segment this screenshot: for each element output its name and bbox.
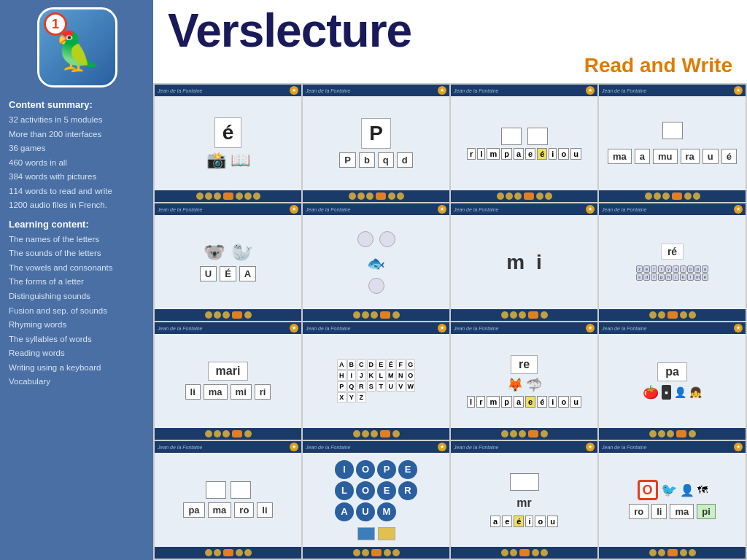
vb-e2: é — [537, 148, 547, 160]
syl-ma3: ma — [208, 502, 232, 518]
content-item-0: 32 activities in 5 modules — [9, 113, 146, 128]
sc-icon-7: ★ — [586, 205, 595, 214]
lb-E: É — [220, 266, 236, 281]
img-person: 👤 — [680, 483, 694, 497]
syl-mu: mu — [653, 149, 678, 164]
key-f[interactable]: f — [651, 273, 657, 281]
sc-body-11: re 🦊 🦈 l r m p a e é i o u — [451, 334, 597, 428]
key-o[interactable]: o — [687, 265, 694, 273]
v-p: p — [501, 396, 512, 408]
learning-items: The names of the letters The sounds of t… — [9, 233, 146, 389]
key-r[interactable]: r — [651, 265, 657, 273]
sc-icon-2: ★ — [438, 86, 446, 95]
sc-body-13: pa ma ro li — [155, 453, 301, 547]
key-p[interactable]: p — [694, 265, 701, 273]
v-l: l — [467, 396, 475, 408]
bubble-P3: P — [377, 460, 396, 479]
alpha-C: C — [357, 359, 366, 370]
sc-author-12: Jean de la Fontaine — [602, 326, 647, 331]
animal-seal: 🦭 — [231, 242, 253, 262]
learning-item-7: The syllables of words — [9, 332, 146, 347]
mini-keyboard: z e r t y u i o p a s d f g h j k — [636, 265, 708, 281]
color-box-blue — [357, 527, 375, 540]
vb-i: i — [549, 148, 557, 160]
screenshot-1: Jean de la Fontaine ★ é 📸 📖 — [155, 85, 301, 202]
v-u: u — [570, 396, 581, 408]
key-t[interactable]: t — [658, 265, 665, 273]
sc-author-7: Jean de la Fontaine — [454, 207, 499, 212]
key-k[interactable]: k — [680, 273, 686, 281]
alpha-W: W — [406, 381, 416, 392]
images-12: 🍅 ▪ 👤 👧 — [643, 384, 702, 400]
bubble-grid: I O P E L O E R A U M — [335, 460, 417, 521]
screenshot-14: Jean de la Fontaine ★ I O P E L O E R A … — [303, 441, 449, 559]
learning-item-3: The forms of a letter — [9, 275, 146, 289]
circle-1 — [357, 231, 374, 247]
content-item-1: More than 200 interfaces — [9, 128, 146, 142]
key-s[interactable]: s — [636, 273, 643, 281]
screenshot-7: Jean de la Fontaine ★ m i — [451, 203, 597, 321]
sc-body-8: ré z e r t y u i o p a s d f g h — [599, 215, 746, 309]
alpha-E: E — [376, 359, 386, 370]
key-m2[interactable]: m — [694, 273, 701, 281]
key-i[interactable]: i — [680, 265, 686, 273]
key-y[interactable]: y — [665, 265, 672, 273]
big-O: O — [638, 480, 658, 500]
key-z[interactable]: z — [636, 265, 643, 273]
learning-item-2: The vowels and consonants — [9, 261, 146, 276]
vb-a: a — [514, 148, 524, 160]
v-r: r — [476, 396, 485, 408]
img-bird: 🐦 — [661, 482, 677, 498]
vb-u: u — [570, 148, 581, 160]
sc-header-10: Jean de la Fontaine ★ — [303, 322, 449, 334]
screenshot-5: Jean de la Fontaine ★ 🐨 🦭 U É A — [155, 203, 301, 321]
person-emoji: 👤 — [674, 386, 686, 398]
alpha-L: L — [376, 370, 386, 381]
sc-author-1: Jean de la Fontaine — [158, 88, 203, 93]
alpha-I: I — [347, 370, 357, 381]
v-o: o — [558, 396, 569, 408]
key-u[interactable]: u — [673, 265, 679, 273]
sc-author-10: Jean de la Fontaine — [306, 326, 351, 331]
learning-item-5: Fusion and sep. of sounds — [9, 304, 146, 319]
content-items: 32 activities in 5 modules More than 200… — [9, 113, 146, 213]
alpha-Y: Y — [347, 392, 357, 402]
letter-m: m — [506, 251, 525, 274]
key-a2[interactable]: a — [702, 265, 708, 273]
sc-author-16: Jean de la Fontaine — [602, 445, 647, 450]
sc-author-4: Jean de la Fontaine — [602, 88, 647, 93]
key-l[interactable]: l — [687, 273, 694, 281]
shark-emoji: 🦈 — [526, 377, 542, 393]
sc-icon-4: ★ — [734, 86, 743, 95]
content-item-5: 114 words to read and write — [9, 184, 146, 199]
sc-body-10: A B C D E É F G H I J K L M N O P — [303, 334, 449, 428]
syllables-13: pa ma ro li — [182, 502, 273, 518]
sc-icon-15: ★ — [586, 443, 595, 451]
v15-é-hl: é — [514, 516, 524, 527]
screenshot-10: Jean de la Fontaine ★ A B C D E É F G H … — [303, 322, 449, 440]
bubble-O: O — [356, 460, 375, 479]
alpha-V: V — [396, 381, 406, 392]
empty-box-3a — [501, 128, 522, 145]
empty-boxes-13 — [206, 481, 251, 499]
key-é[interactable]: é — [702, 273, 708, 281]
sc-header-5: Jean de la Fontaine ★ — [155, 203, 301, 215]
sc-author-2: Jean de la Fontaine — [306, 88, 351, 93]
bubble-R2: R — [398, 481, 417, 500]
key-j[interactable]: j — [673, 273, 679, 281]
key-d[interactable]: d — [643, 273, 650, 281]
word-pa: pa — [657, 362, 687, 381]
sc-footer-4 — [599, 190, 746, 202]
syllable-options: li ma mi ri — [185, 384, 272, 400]
v15-a: a — [490, 516, 500, 527]
key-h[interactable]: h — [665, 273, 672, 281]
key-e[interactable]: e — [643, 265, 650, 273]
alpha-U: U — [387, 381, 396, 392]
empty-13b — [231, 481, 251, 499]
sc-header-11: Jean de la Fontaine ★ — [451, 322, 597, 334]
sc-header-6: Jean de la Fontaine ★ — [303, 203, 449, 215]
alpha-O: O — [406, 370, 416, 381]
v15-i: i — [525, 516, 533, 527]
sidebar: 1 🦜 Content summary: 32 activities in 5 … — [0, 0, 153, 560]
key-g[interactable]: g — [658, 273, 665, 281]
